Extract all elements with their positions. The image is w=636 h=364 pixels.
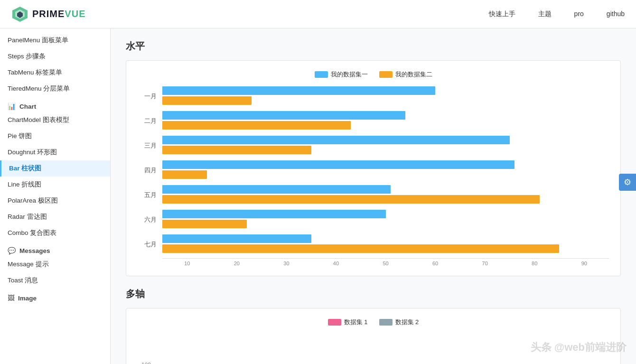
hbar-bar-dataset1 (162, 210, 386, 218)
hbar-row: 一月 (138, 86, 609, 106)
sidebar-item-message[interactable]: Message 提示 (0, 256, 110, 272)
hbar-row: 七月 (138, 234, 609, 254)
logo-icon (11, 6, 28, 23)
chart-section-icon: 📊 (8, 103, 16, 110)
nav-quickstart[interactable]: 快速上手 (489, 10, 515, 19)
legend2-item-2: 数据集 2 (379, 318, 419, 327)
hbar-row-label: 六月 (138, 215, 157, 224)
legend-label-1: 我的数据集一 (331, 70, 368, 79)
sidebar-section-messages: 💬 Messages (0, 241, 110, 256)
horizontal-bar-chart: 一月二月三月四月五月六月七月 (138, 86, 609, 254)
xaxis-tick: 30 (262, 261, 311, 266)
sidebar-item-panelmenu[interactable]: PanelMenu 面板菜单 (0, 32, 110, 48)
chart-legend: 我的数据集一 我的数据集二 (138, 70, 609, 79)
main-content: 水平 我的数据集一 我的数据集二 一月二月三月四月五月六月七月 10203040… (111, 28, 636, 364)
hbar-row: 四月 (138, 160, 609, 180)
hbar-bar-dataset2 (162, 121, 351, 130)
sidebar-item-steps[interactable]: Steps 步骤条 (0, 48, 110, 65)
legend2-item-1: 数据集 1 (328, 318, 368, 327)
xaxis-tick: 20 (212, 261, 262, 266)
hbar-row: 五月 (138, 185, 609, 205)
legend-item-1: 我的数据集一 (315, 70, 368, 79)
hbar-bar-dataset1 (162, 111, 405, 120)
hbar-bar-dataset2 (162, 170, 207, 179)
legend2-label-1: 数据集 1 (344, 318, 368, 327)
legend-label-2: 我的数据集二 (395, 70, 432, 79)
messages-section-icon: 💬 (8, 247, 16, 254)
hbar-bar-dataset1 (162, 86, 435, 95)
multiaxis-chart-container: 数据集 1 数据集 2 100 (126, 308, 621, 364)
hbar-bar-dataset1 (162, 185, 391, 194)
sidebar-item-pie[interactable]: Pie 饼图 (0, 128, 110, 144)
hbar-row-label: 五月 (138, 191, 157, 199)
nav-github[interactable]: github (607, 10, 625, 19)
hbar-bar-dataset1 (162, 234, 311, 243)
sidebar-item-toast[interactable]: Toast 消息 (0, 272, 110, 289)
sidebar-item-polararea[interactable]: PolarArea 极区图 (0, 193, 110, 209)
horizontal-bar-chart-container: 我的数据集一 我的数据集二 一月二月三月四月五月六月七月 10203040506… (126, 60, 621, 276)
nav-pro[interactable]: pro (574, 10, 584, 19)
chart2-legend: 数据集 1 数据集 2 (138, 318, 609, 327)
sidebar-item-radar[interactable]: Radar 雷达图 (0, 209, 110, 225)
xaxis-tick: 90 (560, 261, 609, 266)
hbar-bar-dataset2 (162, 96, 252, 105)
xaxis-tick: 70 (460, 261, 510, 266)
legend2-color-1 (328, 319, 341, 326)
hbar-row: 六月 (138, 210, 609, 230)
sidebar-section-image: 🖼 Image (0, 289, 110, 304)
hbar-bar-dataset1 (162, 160, 514, 169)
image-section-icon: 🖼 (8, 294, 14, 302)
legend-color-1 (315, 71, 328, 78)
sidebar-item-bar[interactable]: Bar 柱状图 (0, 160, 110, 177)
hbar-bar-dataset2 (162, 220, 247, 228)
xaxis-tick: 40 (311, 261, 361, 266)
yaxis-top-label: 100 (141, 362, 151, 364)
logo-text: PRIMEVUE (32, 9, 85, 19)
xaxis-tick: 50 (361, 261, 411, 266)
hbar-row: 三月 (138, 136, 609, 156)
layout: PanelMenu 面板菜单 Steps 步骤条 TabMenu 标签菜单 Ti… (0, 28, 636, 364)
section-title-horizontal: 水平 (126, 40, 621, 53)
section-title-multiaxis: 多轴 (126, 288, 621, 300)
hbar-row: 二月 (138, 111, 609, 131)
header: PRIMEVUE 快速上手 主题 pro github (0, 0, 636, 28)
hbar-bar-dataset1 (162, 136, 510, 144)
sidebar-item-combo[interactable]: Combo 复合图表 (0, 225, 110, 241)
header-nav: 快速上手 主题 pro github (489, 10, 625, 19)
hbar-row-label: 一月 (138, 92, 157, 101)
legend-color-2 (379, 71, 393, 78)
hbar-bar-dataset2 (162, 195, 540, 204)
sidebar-item-line[interactable]: Line 折线图 (0, 177, 110, 193)
hbar-row-label: 二月 (138, 117, 157, 125)
chart2-body: 100 (138, 330, 609, 364)
logo: PRIMEVUE (11, 6, 85, 23)
settings-button[interactable]: ⚙ (619, 174, 636, 191)
sidebar-item-tieredmenu[interactable]: TieredMenu 分层菜单 (0, 81, 110, 97)
sidebar-item-tabmenu[interactable]: TabMenu 标签菜单 (0, 65, 110, 81)
sidebar-item-doughnut[interactable]: Doughnut 环形图 (0, 144, 110, 160)
hbar-xaxis: 102030405060708090 (162, 258, 609, 266)
legend2-color-2 (379, 319, 393, 326)
sidebar-item-chartmodel[interactable]: ChartModel 图表模型 (0, 112, 110, 128)
sidebar-section-chart: 📊 Chart (0, 97, 110, 112)
nav-theme[interactable]: 主题 (538, 10, 552, 19)
xaxis-tick: 80 (510, 261, 560, 266)
hbar-row-label: 七月 (138, 240, 157, 249)
legend2-label-2: 数据集 2 (395, 318, 419, 327)
sidebar: PanelMenu 面板菜单 Steps 步骤条 TabMenu 标签菜单 Ti… (0, 28, 111, 364)
legend-item-2: 我的数据集二 (379, 70, 432, 79)
hbar-row-label: 三月 (138, 141, 157, 150)
hbar-bar-dataset2 (162, 244, 559, 253)
hbar-row-label: 四月 (138, 166, 157, 175)
xaxis-tick: 10 (162, 261, 212, 266)
hbar-bar-dataset2 (162, 146, 311, 154)
xaxis-tick: 60 (411, 261, 460, 266)
